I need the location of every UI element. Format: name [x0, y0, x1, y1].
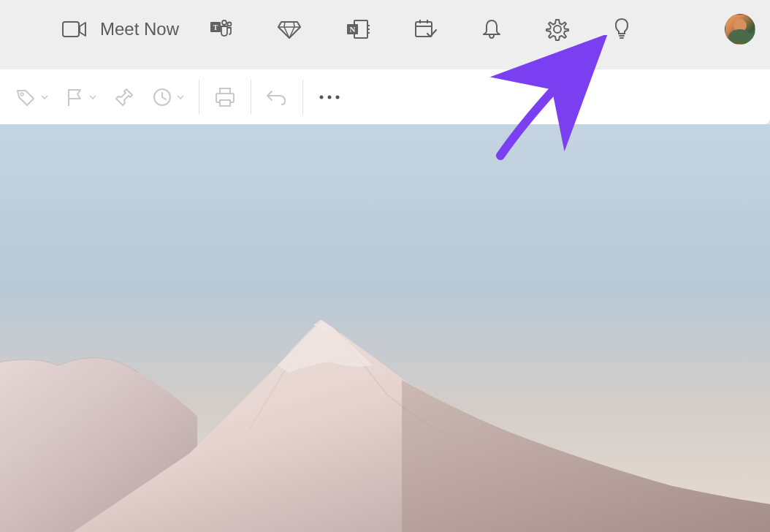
undo-button[interactable] [257, 82, 297, 113]
calendar-check-icon[interactable] [414, 18, 438, 40]
toolbar-divider [251, 80, 251, 115]
svg-text:N: N [350, 25, 356, 34]
more-options-button[interactable] [309, 82, 350, 113]
print-button[interactable] [205, 82, 245, 113]
chevron-down-icon [177, 95, 184, 99]
svg-point-3 [222, 20, 226, 25]
avatar[interactable] [725, 14, 755, 45]
secondary-bar [0, 58, 770, 124]
svg-point-22 [320, 95, 324, 99]
background-image [0, 124, 770, 532]
onenote-icon[interactable]: N [346, 18, 370, 40]
meet-now-button[interactable]: Meet Now [62, 19, 179, 39]
svg-text:T: T [213, 23, 218, 31]
flag-icon [66, 87, 85, 107]
flag-button[interactable] [57, 82, 105, 113]
toolbar-divider [199, 80, 199, 115]
print-icon [214, 87, 236, 107]
toolbar-divider [302, 80, 303, 115]
chevron-down-icon [89, 95, 96, 99]
svg-point-4 [228, 23, 232, 26]
more-icon [318, 94, 341, 100]
svg-point-18 [20, 93, 23, 96]
svg-rect-11 [416, 22, 432, 37]
meet-now-label: Meet Now [100, 19, 179, 39]
tag-button[interactable] [7, 82, 57, 113]
chevron-down-icon [41, 95, 48, 99]
svg-point-23 [328, 95, 332, 99]
clock-icon [152, 87, 172, 107]
svg-rect-20 [220, 88, 230, 94]
lightbulb-icon[interactable] [613, 18, 630, 41]
video-icon [62, 20, 87, 38]
bell-icon[interactable] [481, 18, 502, 40]
header-bar: Meet Now T [0, 0, 770, 58]
svg-point-24 [336, 95, 340, 99]
gear-icon[interactable] [546, 18, 569, 41]
undo-icon [266, 88, 288, 106]
tag-icon [16, 88, 37, 107]
teams-icon[interactable]: T [208, 18, 233, 40]
snooze-button[interactable] [143, 82, 193, 113]
svg-rect-21 [220, 100, 230, 106]
toolbar [0, 69, 770, 124]
svg-rect-0 [63, 22, 79, 37]
header-icons-group: T N [208, 18, 630, 41]
svg-point-15 [554, 26, 561, 33]
pin-button[interactable] [105, 82, 143, 113]
pin-icon [114, 87, 134, 107]
content-area [0, 124, 770, 532]
diamond-icon[interactable] [277, 19, 302, 39]
